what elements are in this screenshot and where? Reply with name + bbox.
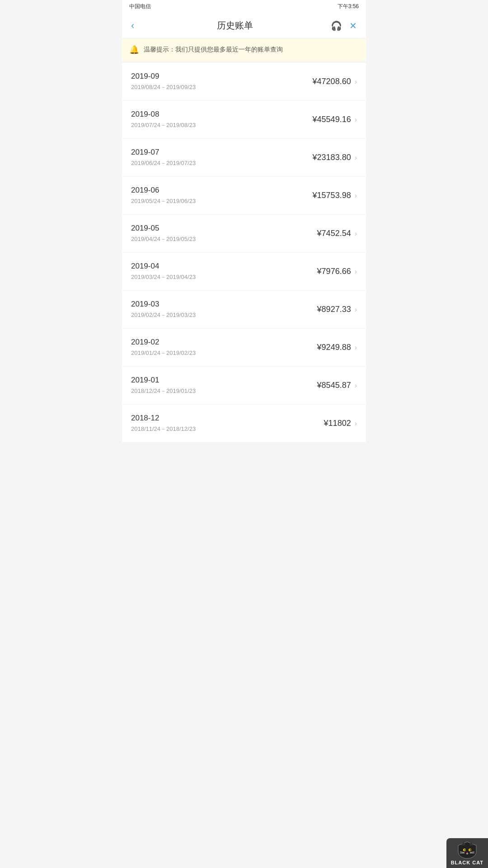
bill-item[interactable]: 2019-04 2019/03/24－2019/04/23 ¥7976.66 ›	[122, 253, 366, 291]
bill-amount: ¥45549.16	[313, 115, 351, 124]
chevron-right-icon: ›	[355, 154, 357, 162]
bill-list: 2019-09 2019/08/24－2019/09/23 ¥47208.60 …	[122, 63, 366, 442]
bill-month: 2018-12	[131, 414, 196, 423]
chevron-right-icon: ›	[355, 268, 357, 276]
header: ‹ 历史账单 🎧 ✕	[122, 13, 366, 38]
chevron-right-icon: ›	[355, 230, 357, 238]
bill-left: 2019-05 2019/04/24－2019/05/23	[131, 224, 196, 243]
time-display: 下午3:56	[338, 3, 359, 10]
bill-month: 2019-01	[131, 376, 196, 385]
bill-right: ¥8927.33 ›	[317, 305, 357, 314]
bill-month: 2019-08	[131, 110, 196, 119]
bill-right: ¥8545.87 ›	[317, 381, 357, 390]
bill-left: 2019-06 2019/05/24－2019/06/23	[131, 186, 196, 205]
bill-item[interactable]: 2019-03 2019/02/24－2019/03/23 ¥8927.33 ›	[122, 291, 366, 329]
notice-bar: 🔔 温馨提示：我们只提供您最多最近一年的账单查询	[122, 38, 366, 61]
bill-month: 2019-09	[131, 72, 196, 81]
bill-right: ¥7976.66 ›	[317, 267, 357, 276]
bill-range: 2019/04/24－2019/05/23	[131, 235, 196, 243]
bill-amount: ¥15753.98	[313, 191, 351, 200]
chevron-right-icon: ›	[355, 192, 357, 200]
bill-left: 2018-12 2018/11/24－2018/12/23	[131, 414, 196, 433]
bill-month: 2019-02	[131, 338, 196, 347]
bill-item[interactable]: 2019-05 2019/04/24－2019/05/23 ¥7452.54 ›	[122, 215, 366, 253]
speaker-icon: 🔔	[129, 45, 139, 55]
bill-right: ¥7452.54 ›	[317, 229, 357, 238]
bill-amount: ¥7976.66	[317, 267, 351, 276]
bill-item[interactable]: 2019-06 2019/05/24－2019/06/23 ¥15753.98 …	[122, 177, 366, 215]
bill-amount: ¥9249.88	[317, 343, 351, 352]
bill-item[interactable]: 2019-07 2019/06/24－2019/07/23 ¥23183.80 …	[122, 139, 366, 177]
bill-item[interactable]: 2019-01 2018/12/24－2019/01/23 ¥8545.87 ›	[122, 367, 366, 405]
chevron-right-icon: ›	[355, 420, 357, 428]
bill-range: 2019/05/24－2019/06/23	[131, 197, 196, 205]
bill-right: ¥11802 ›	[324, 419, 357, 428]
bill-right: ¥9249.88 ›	[317, 343, 357, 352]
bill-range: 2019/08/24－2019/09/23	[131, 83, 196, 91]
bill-left: 2019-03 2019/02/24－2019/03/23	[131, 300, 196, 319]
bill-range: 2019/06/24－2019/07/23	[131, 159, 196, 167]
header-icons: 🎧 ✕	[321, 20, 357, 31]
bill-month: 2019-03	[131, 300, 196, 309]
bill-range: 2019/03/24－2019/04/23	[131, 273, 196, 281]
bill-item[interactable]: 2019-09 2019/08/24－2019/09/23 ¥47208.60 …	[122, 63, 366, 101]
bill-right: ¥15753.98 ›	[313, 191, 357, 200]
bill-range: 2018/11/24－2018/12/23	[131, 425, 196, 433]
bill-amount: ¥47208.60	[313, 77, 351, 86]
headset-icon[interactable]: 🎧	[331, 20, 342, 31]
bill-month: 2019-06	[131, 186, 196, 195]
chevron-right-icon: ›	[355, 382, 357, 390]
notice-text: 温馨提示：我们只提供您最多最近一年的账单查询	[144, 46, 283, 54]
bill-range: 2019/02/24－2019/03/23	[131, 311, 196, 319]
bill-item[interactable]: 2018-12 2018/11/24－2018/12/23 ¥11802 ›	[122, 405, 366, 442]
bill-left: 2019-09 2019/08/24－2019/09/23	[131, 72, 196, 91]
bill-month: 2019-07	[131, 148, 196, 157]
bill-month: 2019-04	[131, 262, 196, 271]
close-icon[interactable]: ✕	[349, 20, 357, 31]
bill-left: 2019-08 2019/07/24－2019/08/23	[131, 110, 196, 129]
status-bar: 中国电信 下午3:56	[122, 0, 366, 13]
bill-range: 2019/07/24－2019/08/23	[131, 121, 196, 129]
bill-amount: ¥7452.54	[317, 229, 351, 238]
bill-left: 2019-01 2018/12/24－2019/01/23	[131, 376, 196, 395]
back-button[interactable]: ‹	[131, 20, 149, 32]
bill-item[interactable]: 2019-08 2019/07/24－2019/08/23 ¥45549.16 …	[122, 101, 366, 139]
bill-range: 2019/01/24－2019/02/23	[131, 349, 196, 357]
bill-amount: ¥8927.33	[317, 305, 351, 314]
bill-right: ¥23183.80 ›	[313, 153, 357, 162]
bill-right: ¥45549.16 ›	[313, 115, 357, 124]
bill-right: ¥47208.60 ›	[313, 77, 357, 86]
chevron-right-icon: ›	[355, 78, 357, 86]
bill-month: 2019-05	[131, 224, 196, 233]
chevron-right-icon: ›	[355, 116, 357, 124]
bill-range: 2018/12/24－2019/01/23	[131, 387, 196, 395]
bill-left: 2019-02 2019/01/24－2019/02/23	[131, 338, 196, 357]
bill-left: 2019-07 2019/06/24－2019/07/23	[131, 148, 196, 167]
chevron-right-icon: ›	[355, 344, 357, 352]
chevron-right-icon: ›	[355, 306, 357, 314]
bill-left: 2019-04 2019/03/24－2019/04/23	[131, 262, 196, 281]
bill-amount: ¥8545.87	[317, 381, 351, 390]
bill-amount: ¥11802	[324, 419, 351, 428]
bill-item[interactable]: 2019-02 2019/01/24－2019/02/23 ¥9249.88 ›	[122, 329, 366, 367]
page-title: 历史账单	[149, 19, 321, 32]
bill-amount: ¥23183.80	[313, 153, 351, 162]
carrier-info: 中国电信	[129, 3, 151, 10]
